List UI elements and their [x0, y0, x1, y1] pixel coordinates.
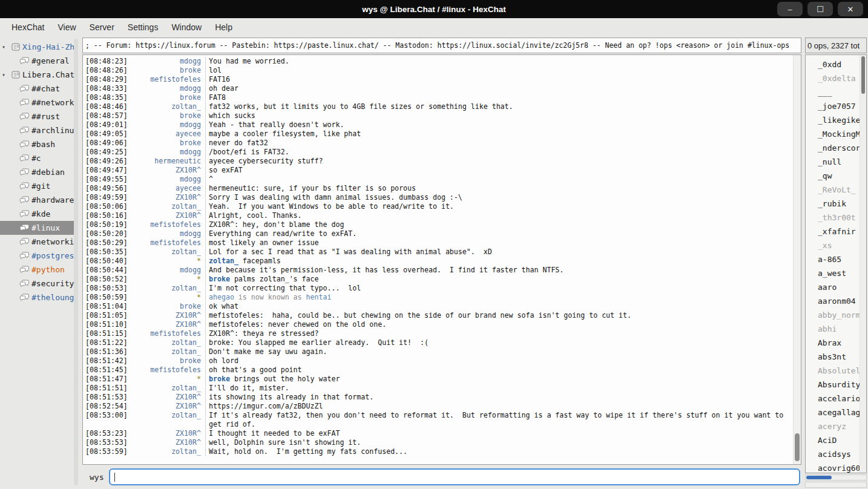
chat-line: [08:49:56]ayeceehermeneutic: sure, if yo… [85, 184, 793, 193]
tree-channel--debian[interactable]: #debian [0, 165, 78, 179]
user-item[interactable]: _likegike [818, 116, 860, 130]
tree-channel--hardware[interactable]: #hardware [0, 193, 78, 207]
user-item[interactable]: Absolutel [818, 366, 860, 380]
channel-icon [19, 280, 29, 287]
user-item[interactable]: abs3nt [818, 352, 860, 366]
user-item[interactable]: _null [818, 157, 860, 171]
tree-channel--c[interactable]: #c [0, 151, 78, 165]
menu-window[interactable]: Window [165, 19, 208, 35]
user-item[interactable]: accelario [818, 394, 860, 408]
channel-icon [19, 126, 29, 134]
tree-item-label: #linux [31, 223, 60, 232]
tree-expander-icon[interactable]: ▾ [2, 44, 12, 50]
user-item[interactable]: aceryz [818, 422, 860, 436]
user-item[interactable]: aaro [818, 283, 860, 297]
user-item[interactable]: acidsys [818, 450, 860, 464]
topic-input[interactable]: ; -- Forum: https://linux.forum -- Paste… [82, 38, 801, 53]
menu-hexchat[interactable]: HexChat [5, 19, 51, 35]
chat-message-list: [08:48:23]mdoggYou had me worried.[08:48… [83, 55, 793, 464]
userlist-scrollbar-thumb[interactable] [861, 56, 865, 94]
chat-scrollbar[interactable] [793, 55, 801, 464]
tree-channel--thelounge[interactable]: #thelounge [0, 290, 78, 304]
chat-line: [08:50:16]ZX10R^Alright, cool. Thanks. [85, 211, 793, 220]
tree-server-libera-chat[interactable]: ▾Libera.Chat [0, 68, 78, 82]
close-button[interactable]: ✕ [838, 2, 863, 16]
chat-line: [08:48:46]zoltan_fat32 works, but it lim… [85, 102, 793, 111]
chat-nick: zoltan_ [129, 284, 205, 293]
tree-channel--rust[interactable]: ##rust [0, 110, 78, 123]
user-item[interactable]: a-865 [818, 255, 860, 269]
chat-message: ^ [205, 175, 793, 184]
tree-channel--python[interactable]: #python [0, 263, 78, 277]
menu-view[interactable]: View [51, 19, 82, 35]
chat-line: [08:48:33]mdoggoh dear [85, 84, 793, 93]
user-item[interactable]: _0xdelta [818, 74, 860, 88]
tree-expander-icon[interactable]: ▾ [2, 71, 12, 78]
user-item[interactable]: abhi [818, 324, 860, 338]
tree-channel--git[interactable]: #git [0, 179, 78, 193]
menu-settings[interactable]: Settings [121, 19, 165, 35]
user-item[interactable]: Absurdity [818, 380, 860, 394]
tree-channel--networking[interactable]: #networking [0, 235, 78, 249]
tree-channel--bash[interactable]: #bash [0, 137, 78, 151]
user-item[interactable]: a_west [818, 269, 860, 283]
user-item[interactable]: _th3r00t [818, 213, 860, 227]
tree-channel--archlinux[interactable]: #archlinux [0, 123, 78, 137]
tree-channel--general[interactable]: #general [0, 54, 78, 68]
user-item[interactable]: acovrig60 [818, 464, 860, 473]
user-list: _0xdd_0xdelta____joe7057_likegike_Mockin… [806, 55, 860, 473]
message-input[interactable] [109, 468, 800, 485]
chat-nick: ZX10R^ [129, 393, 205, 402]
chat-message: Yeah - that really doesn't work. [205, 120, 793, 130]
menu-server[interactable]: Server [83, 19, 121, 35]
user-item[interactable]: aaronm04 [818, 297, 860, 310]
channel-icon [19, 224, 29, 232]
chat-nick: * [129, 293, 205, 302]
chat-message: so exFAT [205, 166, 793, 175]
chat-timestamp: [08:52:54] [85, 402, 129, 411]
user-item[interactable]: _0xdd [818, 60, 860, 74]
userlist-header: 0 ops, 2327 tot [805, 38, 867, 53]
chat-message: Don't make me say uwu again. [205, 347, 793, 356]
minimize-icon: – [787, 5, 792, 14]
user-item[interactable]: _nderscor [818, 143, 860, 157]
minimize-button[interactable]: – [777, 2, 803, 16]
user-item[interactable]: acegallag [818, 408, 860, 422]
user-item[interactable]: _rubik [818, 199, 860, 213]
user-item[interactable]: AciD [818, 436, 860, 450]
user-item[interactable]: _xfafnir [818, 227, 860, 241]
chat-nick: broke [129, 111, 205, 120]
chat-line: [08:49:26]hermeneuticayecee cybersecurit… [85, 157, 793, 166]
tree-channel--postgresql[interactable]: #postgresql [0, 249, 78, 263]
tree-channel--linux[interactable]: #linux [0, 221, 78, 235]
menu-help[interactable]: Help [208, 19, 239, 35]
tree-channel--security[interactable]: #security [0, 277, 78, 290]
user-item[interactable]: _MockingM [818, 130, 860, 143]
userlist-hscrollbar[interactable] [805, 474, 867, 481]
tree-channel--networking[interactable]: ##networking [0, 96, 78, 110]
chat-timestamp: [08:48:33] [85, 84, 129, 93]
tree-channel--kde[interactable]: #kde [0, 207, 78, 221]
chat-message: Alright, cool. Thanks. [205, 211, 793, 220]
user-item[interactable]: _joe7057 [818, 102, 860, 116]
user-item[interactable]: ___ [818, 88, 860, 102]
user-item[interactable]: Abrax [818, 338, 860, 352]
tree-item-label: #git [31, 182, 50, 191]
user-item[interactable]: _xs [818, 241, 860, 255]
tree-channel--chat[interactable]: ##chat [0, 82, 78, 96]
maximize-button[interactable]: ☐ [807, 2, 833, 16]
userlist-scrollbar[interactable] [860, 55, 866, 473]
userlist-hscrollbar-thumb[interactable] [806, 476, 832, 479]
tree-item-label: #thelounge [31, 293, 78, 302]
userlist-hscrollbar-2[interactable] [805, 482, 867, 488]
chat-timestamp: [08:50:29] [85, 238, 129, 248]
user-item[interactable]: _ReVoLt_ [818, 185, 860, 199]
chat-timestamp: [08:49:06] [85, 139, 129, 148]
chat-nick: mdogg [129, 148, 205, 157]
chat-message: oh that's a good point [205, 366, 793, 375]
tree-server-xing-hai-zhan[interactable]: ▾Xing-Hai-Zhan [0, 40, 78, 54]
user-item[interactable]: _qw [818, 171, 860, 185]
user-item[interactable]: abby_norm [818, 310, 860, 324]
server-tree-scrollbar[interactable] [74, 39, 78, 485]
chat-scrollbar-thumb[interactable] [795, 433, 800, 461]
